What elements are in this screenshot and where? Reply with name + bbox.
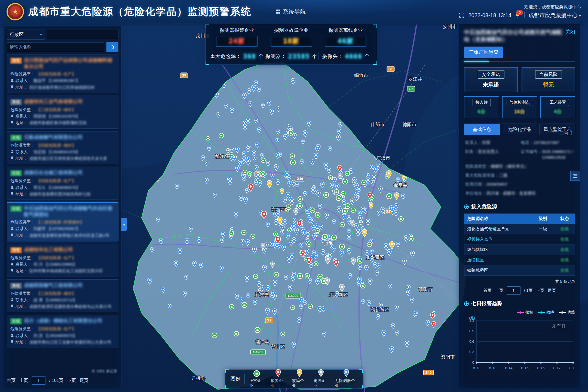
map-marker-green[interactable] [234, 331, 239, 336]
map-marker-green[interactable] [255, 327, 260, 332]
map-marker-green[interactable] [206, 136, 210, 140]
map-marker-green[interactable] [360, 283, 365, 288]
map-marker-green[interactable] [219, 133, 224, 138]
pagination-page-input[interactable] [507, 286, 520, 295]
map-marker-green[interactable] [242, 302, 247, 308]
map-marker-green[interactable] [212, 333, 217, 338]
map-marker-green[interactable] [332, 235, 337, 240]
map-marker-green[interactable] [287, 228, 292, 232]
map-marker-green[interactable] [322, 234, 327, 239]
district-filter-input[interactable] [47, 29, 118, 39]
map-marker-green[interactable] [339, 244, 344, 249]
district-select[interactable]: 行政区 ▾ [7, 29, 45, 39]
legend-item-label: 离线企业 [313, 378, 329, 388]
map-marker-green[interactable] [316, 229, 320, 233]
map-marker-green[interactable] [274, 272, 279, 277]
map-marker-green[interactable] [298, 197, 303, 201]
map-marker-green[interactable] [362, 180, 366, 185]
corner-accent [225, 369, 229, 373]
hazard-table-row[interactable]: 视频接入点位 在线 [464, 234, 575, 245]
map-marker-green[interactable] [281, 332, 285, 336]
map-marker-green[interactable] [328, 176, 333, 180]
map-marker-green[interactable] [307, 242, 311, 247]
hazard-table-row[interactable]: 燃气储罐区 在线 [464, 245, 575, 255]
tab-重点监管工艺[interactable]: 重点监管工艺 [540, 124, 575, 135]
map-marker-green[interactable] [305, 274, 310, 278]
pagination-page-input[interactable] [32, 376, 45, 385]
map-marker-green[interactable] [261, 158, 265, 163]
map-marker-green[interactable] [340, 222, 345, 227]
sidebar-collapse-button[interactable]: « [121, 218, 127, 231]
svg-text:S40: S40 [425, 370, 431, 375]
map-marker-green[interactable] [351, 208, 356, 213]
map-marker-green[interactable] [251, 234, 255, 238]
map-marker-green[interactable] [290, 305, 295, 310]
pagination-first[interactable]: 首页 [483, 288, 492, 293]
company-list-item[interactable]: 在线 四川（成都）精细化工有限责任公司 危险源类型： 【四级危险源--生产】 联… [7, 315, 118, 348]
pagination-prev[interactable]: 上页 [19, 378, 28, 384]
company-list-item[interactable]: 预警 四川西南油气田产品有限公司成都燃料储备分公司 危险源类型： 【四级危险源-… [7, 54, 118, 93]
map-marker-green[interactable] [345, 171, 350, 176]
org-dropdown[interactable]: 成都市应急救援中心 ▾ [528, 12, 581, 19]
company-list-item[interactable]: 在线 日新成都燃气有限责任公司 危险源类型： 【四级危险源--储存】 联系人： … [7, 131, 118, 164]
pagination-first[interactable]: 首页 [7, 378, 16, 384]
map-marker-green[interactable] [409, 237, 414, 241]
map-marker-green[interactable] [298, 203, 302, 208]
map-marker-green[interactable] [229, 304, 234, 309]
map-marker-green[interactable] [248, 171, 252, 176]
trend-legend-item-故障[interactable]: 故障 [538, 310, 554, 315]
map-marker-green[interactable] [318, 274, 323, 279]
notification-bell-button[interactable]: 0 [515, 13, 520, 18]
pagination-prev[interactable]: 上页 [495, 288, 503, 293]
map-marker-green[interactable] [342, 209, 348, 214]
map-marker-green[interactable] [324, 192, 329, 198]
company-list-item[interactable]: 离线 成都华兴工业气体有限公司 危险源类型： 【三级危险源--储存】 联系人： … [7, 96, 118, 129]
pagination-last[interactable]: 尾页 [548, 288, 556, 293]
company-list-item[interactable]: 在线 中石油西南油气田公司成都输气作业区储配气调度站 危险源类型： 【二级危险源… [7, 202, 118, 241]
map-marker-green[interactable] [367, 242, 372, 247]
map-marker-green[interactable] [358, 259, 362, 264]
expand-info-button[interactable] [570, 171, 580, 181]
map-marker-green[interactable] [315, 212, 320, 217]
map-marker-green[interactable] [334, 190, 339, 194]
plant-3d-tour-button[interactable]: 三维厂区巡查 [464, 47, 503, 58]
map-marker-green[interactable] [387, 194, 392, 199]
map-marker-green[interactable] [290, 160, 296, 165]
hazard-table-row[interactable]: 压缩机区 在线 [464, 255, 575, 265]
map-marker-green[interactable] [261, 171, 265, 176]
map-marker-green[interactable] [310, 208, 315, 213]
company-list-item[interactable]: 离线 成都西部燃气工程有限公司 危险源类型： 【三级危险源--储存】 联系人： … [7, 279, 118, 313]
map-marker-green[interactable] [343, 179, 348, 184]
hazard-table-row[interactable]: 铁路栈桥区 在线 [464, 265, 575, 275]
map-marker-green[interactable] [241, 230, 246, 235]
map-marker-green[interactable] [229, 231, 234, 236]
map-marker-green[interactable] [274, 232, 278, 236]
system-nav-button[interactable]: 系统导航 [276, 8, 306, 16]
map-marker-green[interactable] [286, 205, 291, 210]
map-marker-green[interactable] [243, 170, 247, 175]
map-marker-green[interactable] [399, 216, 403, 221]
company-list-item[interactable]: 预警 成都恒丰化工有限公司 危险源类型： 【四级危险源--生产】 联系人： 何 … [7, 244, 118, 277]
company-list-item[interactable]: 在线 成都石化仓储工程有限公司 危险源类型： 【四级危险源--生产】 联系人： … [7, 167, 118, 200]
map-marker-green[interactable] [308, 304, 313, 309]
pagination-next[interactable]: 下页 [536, 288, 544, 293]
tab-基础信息[interactable]: 基础信息 [464, 124, 500, 135]
search-input[interactable] [7, 42, 104, 52]
map-marker-green[interactable] [253, 274, 258, 278]
tab-危险化学品[interactable]: 危险化学品 [502, 124, 538, 135]
hazard-table-row[interactable]: 液化石油气储罐区单元 一级 在线 [464, 224, 575, 234]
search-button[interactable] [106, 42, 118, 52]
trend-legend-item-离线[interactable]: 离线 [559, 310, 575, 315]
map-marker-green[interactable] [314, 262, 318, 266]
trend-legend-item-报警[interactable]: 报警 [517, 310, 533, 315]
map-marker-green[interactable] [345, 204, 350, 209]
pagination-last[interactable]: 尾页 [80, 378, 88, 384]
map-marker-green[interactable] [336, 196, 341, 201]
fullscreen-icon[interactable] [459, 13, 464, 18]
pagination-next[interactable]: 下页 [67, 378, 76, 384]
map-marker-green[interactable] [341, 191, 345, 195]
map-marker-green[interactable] [290, 154, 295, 158]
map-marker-green[interactable] [288, 130, 293, 135]
close-panel-button[interactable]: 关闭 [565, 29, 575, 35]
map-marker-green[interactable] [297, 273, 302, 278]
